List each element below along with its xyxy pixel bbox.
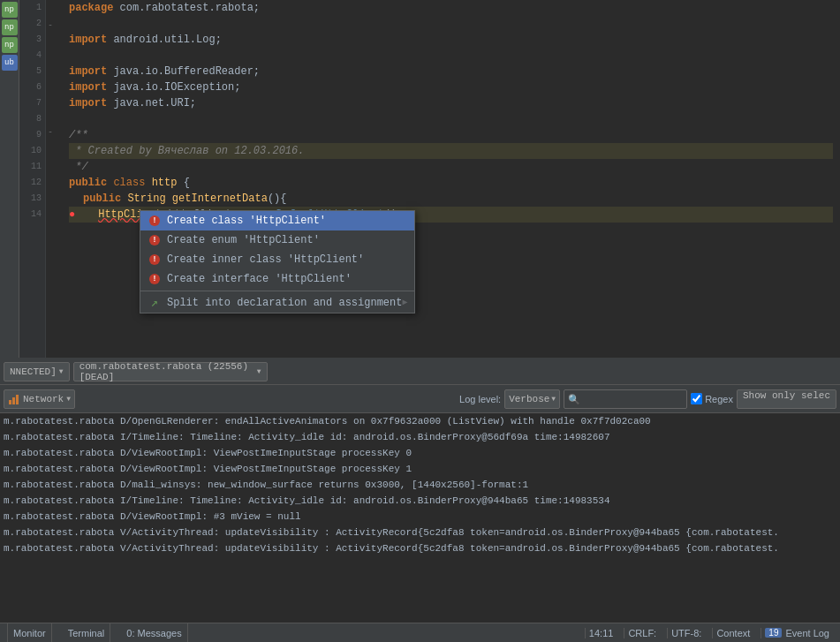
ac-submenu-arrow: ▶	[402, 293, 407, 313]
log-line-8: m.rabotatest.rabota V/ActivityThread: up…	[0, 525, 840, 540]
ac-item-create-inner-class[interactable]: ! Create inner class 'HttpClient'	[140, 250, 414, 269]
log-line-4: m.rabotatest.rabota D/ViewRootImpl: View…	[0, 461, 840, 477]
log-level-label: Log level:	[459, 394, 501, 404]
line-num-1: 1	[19, 0, 45, 16]
regex-checkbox[interactable]	[691, 393, 702, 404]
connected-dropdown-arrow: ▼	[59, 367, 64, 375]
logcat-toolbar: Network ▼ Log level: Verbose ▼ Regex Sho…	[0, 385, 840, 413]
event-log-label: Event Log	[785, 628, 829, 638]
package-dropdown-arrow: ▼	[257, 367, 261, 375]
line-ending-label: CRLF:	[628, 628, 656, 638]
line-number-gutter: 1 2 3 4 5 6 7 8 9 10 11 12 13 14	[19, 0, 46, 358]
status-time: 14:11	[585, 628, 617, 638]
ac-item-create-interface[interactable]: ! Create interface 'HttpClient'	[140, 269, 414, 289]
log-level-value: Verbose	[509, 394, 549, 404]
code-line-1: package com.rabotatest.rabota;	[69, 0, 833, 16]
ac-divider	[140, 291, 414, 291]
line-num-9: 9	[19, 127, 45, 143]
code-line-2	[69, 16, 833, 32]
code-line-7: import java.net.URI;	[69, 95, 833, 111]
line-num-11: 11	[19, 159, 45, 175]
log-level-dropdown[interactable]: Verbose ▼	[504, 389, 560, 409]
ac-label-create-interface: Create interface 'HttpClient'	[167, 269, 352, 289]
device-bar: NNECTED] ▼ com.rabotatest.rabota (22556)…	[0, 359, 840, 385]
log-level-arrow: ▼	[551, 395, 556, 403]
line-num-6: 6	[19, 79, 45, 95]
side-icon-ub[interactable]: ub	[2, 55, 18, 71]
package-label: com.rabotatest.rabota (22556) [DEAD]	[79, 361, 254, 382]
ac-icon-arrow: ↗	[148, 296, 162, 310]
network-button[interactable]: Network ▼	[4, 389, 75, 409]
line-num-14: 14	[19, 207, 45, 223]
show-only-label: Show only selec	[743, 390, 830, 401]
side-icon-np2[interactable]: np	[2, 19, 18, 35]
line-num-8: 8	[19, 111, 45, 127]
logcat-content[interactable]: m.rabotatest.rabota D/OpenGLRenderer: en…	[0, 413, 840, 623]
line-num-5: 5	[19, 64, 45, 79]
log-line-1: m.rabotatest.rabota D/OpenGLRenderer: en…	[0, 413, 840, 429]
status-context: Context	[712, 628, 753, 638]
ac-icon-error-4: !	[148, 272, 162, 286]
code-line-8	[69, 111, 833, 127]
package-dropdown[interactable]: com.rabotatest.rabota (22556) [DEAD] ▼	[73, 362, 268, 381]
side-icons: np np np ub	[0, 0, 19, 358]
line-num-7: 7	[19, 95, 45, 111]
tab-monitor[interactable]: Monitor	[7, 623, 52, 642]
ac-icon-error-3: !	[148, 253, 162, 267]
context-label: Context	[716, 628, 750, 638]
line-num-12: 12	[19, 175, 45, 191]
svg-rect-0	[9, 400, 11, 404]
tab-terminal[interactable]: Terminal	[63, 623, 111, 642]
event-log-badge: 19	[765, 628, 782, 638]
log-line-6: m.rabotatest.rabota I/Timeline: Timeline…	[0, 493, 840, 509]
code-line-6: import java.io.IOException;	[69, 79, 833, 95]
code-line-3: import android.util.Log;	[69, 32, 833, 48]
autocomplete-dropdown: ! Create class 'HttpClient' ! Create enu…	[140, 210, 415, 313]
logcat-search-input[interactable]	[564, 389, 687, 409]
code-line-4	[69, 48, 833, 64]
editor-area: np np np ub 1 2 3 4 5 6 7 8 9 10 11 12 1…	[0, 0, 840, 358]
line-num-13: 13	[19, 191, 45, 207]
network-label: Network	[23, 394, 64, 404]
log-line-7: m.rabotatest.rabota D/ViewRootImpl: #3 m…	[0, 509, 840, 525]
log-line-3: m.rabotatest.rabota D/ViewRootImpl: View…	[0, 445, 840, 461]
code-line-13: public String getInternetData(){	[69, 191, 833, 207]
side-icon-np3[interactable]: np	[2, 37, 18, 53]
log-line-9: m.rabotatest.rabota V/ActivityThread: up…	[0, 540, 840, 556]
tab-monitor-label: Monitor	[13, 628, 46, 638]
ac-item-create-enum[interactable]: ! Create enum 'HttpClient'	[140, 230, 414, 250]
status-encoding[interactable]: UTF-8:	[667, 628, 705, 638]
status-right: 14:11 CRLF: UTF-8: Context 19 Event Log	[585, 628, 833, 638]
ac-icon-error-1: !	[148, 214, 162, 228]
svg-rect-1	[12, 397, 15, 404]
connected-dropdown[interactable]: NNECTED] ▼	[4, 362, 70, 381]
side-icon-np1[interactable]: np	[2, 2, 18, 18]
status-event-log[interactable]: 19 Event Log	[761, 628, 833, 638]
log-line-2: m.rabotatest.rabota I/Timeline: Timeline…	[0, 429, 840, 445]
tab-terminal-label: Terminal	[68, 628, 105, 638]
network-dropdown-arrow: ▼	[66, 395, 71, 403]
ac-label-split-declaration: Split into declaration and assignment	[167, 293, 402, 313]
code-editor[interactable]: package com.rabotatest.rabota; import an…	[62, 0, 840, 358]
code-line-10: * Created by Вячеслав on 12.03.2016.	[69, 143, 833, 159]
ac-icon-error-2: !	[148, 233, 162, 247]
code-line-9: /**	[69, 127, 833, 143]
regex-checkbox-label[interactable]: Regex	[691, 393, 733, 404]
line-num-10: 10	[19, 143, 45, 159]
fold-margin: - -	[46, 0, 62, 358]
ac-label-create-enum: Create enum 'HttpClient'	[167, 230, 320, 250]
show-only-button[interactable]: Show only selec	[737, 389, 836, 409]
code-line-11: */	[69, 159, 833, 175]
code-line-5: import java.io.BufferedReader;	[69, 64, 833, 79]
tab-messages[interactable]: 0: Messages	[121, 623, 187, 642]
ac-item-split-declaration[interactable]: ↗ Split into declaration and assignment …	[140, 293, 414, 313]
status-bar: Monitor Terminal 0: Messages 14:11 CRLF:…	[0, 623, 840, 642]
line-num-3: 3	[19, 32, 45, 48]
ac-item-create-class[interactable]: ! Create class 'HttpClient'	[140, 211, 414, 230]
svg-rect-2	[16, 395, 19, 404]
ac-label-create-inner-class: Create inner class 'HttpClient'	[167, 250, 364, 269]
status-line-ending[interactable]: CRLF:	[624, 628, 660, 638]
tab-messages-label: 0: Messages	[126, 628, 181, 638]
regex-label: Regex	[705, 394, 733, 404]
connected-label: NNECTED]	[10, 366, 57, 377]
